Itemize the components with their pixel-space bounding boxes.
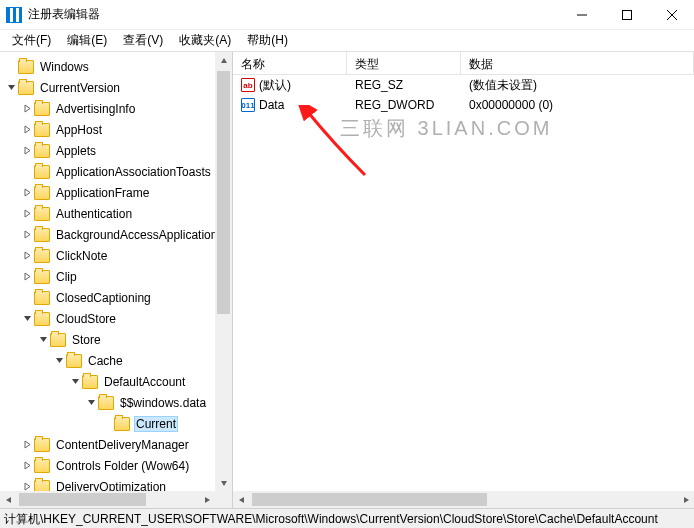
tree-item[interactable]: Authentication	[0, 203, 232, 224]
tree-item[interactable]: ClickNote	[0, 245, 232, 266]
expander-closed-icon[interactable]	[20, 459, 34, 473]
maximize-button[interactable]	[604, 0, 649, 30]
svg-marker-9	[684, 497, 689, 503]
main-split: WindowsCurrentVersionAdvertisingInfoAppH…	[0, 52, 694, 508]
registry-tree[interactable]: WindowsCurrentVersionAdvertisingInfoAppH…	[0, 52, 232, 508]
svg-marker-5	[221, 481, 227, 486]
folder-icon	[114, 417, 130, 431]
folder-icon	[66, 354, 82, 368]
folder-icon	[82, 375, 98, 389]
menu-file[interactable]: 文件(F)	[4, 30, 59, 51]
tree-item[interactable]: Clip	[0, 266, 232, 287]
folder-icon	[34, 438, 50, 452]
tree-item[interactable]: ClosedCaptioning	[0, 287, 232, 308]
tree-item[interactable]: AdvertisingInfo	[0, 98, 232, 119]
value-type: REG_SZ	[347, 78, 461, 92]
expander-none	[4, 60, 18, 74]
folder-icon	[34, 207, 50, 221]
value-data: 0x00000000 (0)	[461, 98, 694, 112]
folder-icon	[34, 228, 50, 242]
expander-closed-icon[interactable]	[20, 270, 34, 284]
svg-rect-1	[622, 10, 631, 19]
tree-pane: WindowsCurrentVersionAdvertisingInfoAppH…	[0, 52, 233, 508]
expander-open-icon[interactable]	[4, 81, 18, 95]
expander-open-icon[interactable]	[20, 312, 34, 326]
folder-icon	[34, 312, 50, 326]
tree-item[interactable]: AppHost	[0, 119, 232, 140]
tree-item[interactable]: DefaultAccount	[0, 371, 232, 392]
tree-item[interactable]: CloudStore	[0, 308, 232, 329]
folder-icon	[34, 270, 50, 284]
tree-item-label: ContentDeliveryManager	[54, 437, 191, 453]
tree-item[interactable]: Cache	[0, 350, 232, 371]
expander-open-icon[interactable]	[36, 333, 50, 347]
app-icon	[6, 7, 22, 23]
list-row[interactable]: 011DataREG_DWORD0x00000000 (0)	[233, 95, 694, 115]
close-button[interactable]	[649, 0, 694, 30]
expander-closed-icon[interactable]	[20, 102, 34, 116]
statusbar: 计算机\HKEY_CURRENT_USER\SOFTWARE\Microsoft…	[0, 508, 694, 528]
window-controls	[559, 0, 694, 30]
expander-closed-icon[interactable]	[20, 186, 34, 200]
tree-item[interactable]: Current	[0, 413, 232, 434]
tree-item[interactable]: Applets	[0, 140, 232, 161]
tree-item-label: Clip	[54, 269, 79, 285]
expander-closed-icon[interactable]	[20, 228, 34, 242]
expander-none	[100, 417, 114, 431]
tree-item-label: CurrentVersion	[38, 80, 122, 96]
expander-open-icon[interactable]	[52, 354, 66, 368]
tree-item[interactable]: CurrentVersion	[0, 77, 232, 98]
menubar: 文件(F) 编辑(E) 查看(V) 收藏夹(A) 帮助(H)	[0, 30, 694, 52]
expander-closed-icon[interactable]	[20, 207, 34, 221]
tree-item[interactable]: $$windows.data	[0, 392, 232, 413]
list-row[interactable]: ab(默认)REG_SZ(数值未设置)	[233, 75, 694, 95]
folder-icon	[34, 249, 50, 263]
tree-item-label: Store	[70, 332, 103, 348]
menu-edit[interactable]: 编辑(E)	[59, 30, 115, 51]
tree-item-label: ClosedCaptioning	[54, 290, 153, 306]
menu-view[interactable]: 查看(V)	[115, 30, 171, 51]
expander-open-icon[interactable]	[68, 375, 82, 389]
column-header-data[interactable]: 数据	[461, 52, 694, 74]
tree-item[interactable]: Store	[0, 329, 232, 350]
svg-marker-8	[239, 497, 244, 503]
tree-item[interactable]: Windows	[0, 56, 232, 77]
minimize-button[interactable]	[559, 0, 604, 30]
tree-item-label: CloudStore	[54, 311, 118, 327]
reg-string-icon: ab	[241, 78, 255, 92]
tree-item-label: AppHost	[54, 122, 104, 138]
svg-marker-4	[221, 58, 227, 63]
list-horizontal-scrollbar[interactable]	[233, 491, 694, 508]
column-header-type[interactable]: 类型	[347, 52, 461, 74]
tree-horizontal-scrollbar[interactable]	[0, 491, 215, 508]
list-header: 名称 类型 数据	[233, 52, 694, 75]
tree-item-label: DefaultAccount	[102, 374, 187, 390]
expander-closed-icon[interactable]	[20, 144, 34, 158]
tree-item-label: AdvertisingInfo	[54, 101, 137, 117]
column-header-name[interactable]: 名称	[233, 52, 347, 74]
folder-icon	[50, 333, 66, 347]
folder-icon	[34, 165, 50, 179]
tree-item[interactable]: ApplicationAssociationToasts	[0, 161, 232, 182]
expander-open-icon[interactable]	[84, 396, 98, 410]
tree-item-label: ApplicationAssociationToasts	[54, 164, 213, 180]
tree-item[interactable]: ContentDeliveryManager	[0, 434, 232, 455]
tree-vertical-scrollbar[interactable]	[215, 52, 232, 491]
expander-closed-icon[interactable]	[20, 123, 34, 137]
value-data: (数值未设置)	[461, 77, 694, 94]
tree-item-label: Current	[134, 416, 178, 432]
tree-item[interactable]: Controls Folder (Wow64)	[0, 455, 232, 476]
menu-favorites[interactable]: 收藏夹(A)	[171, 30, 239, 51]
tree-item[interactable]: ApplicationFrame	[0, 182, 232, 203]
expander-closed-icon[interactable]	[20, 249, 34, 263]
list-body[interactable]: ab(默认)REG_SZ(数值未设置)011DataREG_DWORD0x000…	[233, 75, 694, 508]
folder-icon	[18, 60, 34, 74]
folder-icon	[98, 396, 114, 410]
titlebar: 注册表编辑器	[0, 0, 694, 30]
expander-none	[20, 165, 34, 179]
tree-item[interactable]: BackgroundAccessApplications	[0, 224, 232, 245]
svg-marker-6	[6, 497, 11, 503]
value-name: (默认)	[259, 77, 291, 94]
expander-closed-icon[interactable]	[20, 438, 34, 452]
menu-help[interactable]: 帮助(H)	[239, 30, 296, 51]
